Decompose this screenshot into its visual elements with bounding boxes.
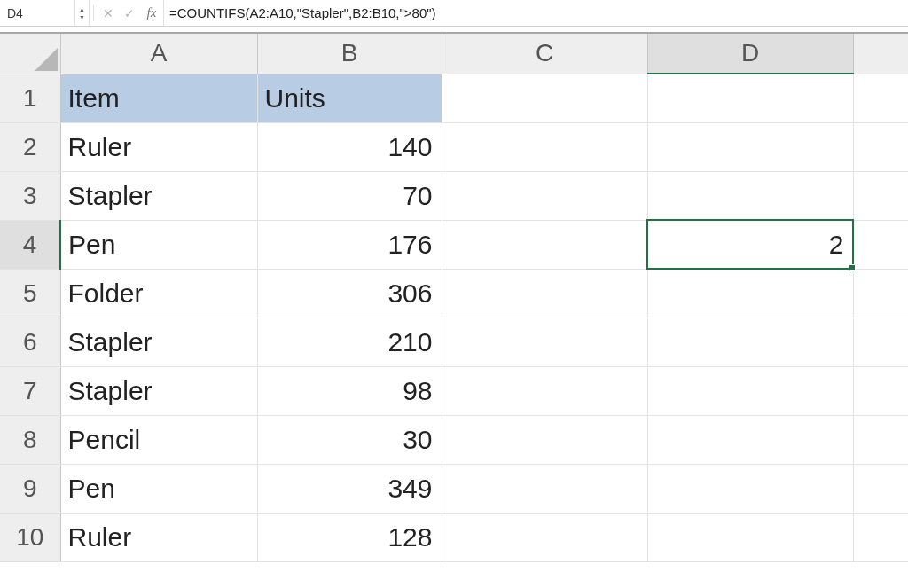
cell-B10[interactable]: 128 — [257, 513, 442, 561]
table-row: 4 Pen 176 2 — [0, 220, 908, 269]
cell-C10[interactable] — [442, 513, 647, 561]
cell-D1[interactable] — [647, 74, 853, 122]
spreadsheet: A B C D 1 Item Units 2 Ruler 140 3 Stapl… — [0, 32, 908, 562]
cell-A4[interactable]: Pen — [60, 220, 257, 269]
cell-extra[interactable] — [853, 464, 908, 513]
cell-B5[interactable]: 306 — [257, 269, 442, 318]
row-header-10[interactable]: 10 — [0, 513, 60, 561]
cell-B6[interactable]: 210 — [257, 318, 442, 366]
row-header-3[interactable]: 3 — [0, 171, 60, 220]
enter-icon[interactable]: ✓ — [119, 6, 140, 20]
formula-bar: D4 ▲ ▼ ✕ ✓ fx =COUNTIFS(A2:A10,"Stapler"… — [0, 0, 908, 27]
cell-D2[interactable] — [647, 122, 853, 171]
cell-B8[interactable]: 30 — [257, 415, 442, 464]
stepper-down-icon[interactable]: ▼ — [75, 13, 89, 21]
row-header-2[interactable]: 2 — [0, 122, 60, 171]
cell-B3[interactable]: 70 — [257, 171, 442, 220]
cell-C9[interactable] — [442, 464, 647, 513]
cell-C2[interactable] — [442, 122, 647, 171]
cell-D3[interactable] — [647, 171, 853, 220]
table-row: 3 Stapler 70 — [0, 171, 908, 220]
cell-extra[interactable] — [853, 269, 908, 318]
cell-extra[interactable] — [853, 220, 908, 269]
cell-B4[interactable]: 176 — [257, 220, 442, 269]
cell-C7[interactable] — [442, 366, 647, 415]
cell-A7[interactable]: Stapler — [60, 366, 257, 415]
grid: A B C D 1 Item Units 2 Ruler 140 3 Stapl… — [0, 34, 908, 562]
cell-A10[interactable]: Ruler — [60, 513, 257, 561]
cell-A5[interactable]: Folder — [60, 269, 257, 318]
cell-B9[interactable]: 349 — [257, 464, 442, 513]
cell-A6[interactable]: Stapler — [60, 318, 257, 366]
row-header-7[interactable]: 7 — [0, 366, 60, 415]
col-header-A[interactable]: A — [60, 34, 257, 74]
formula-input[interactable]: =COUNTIFS(A2:A10,"Stapler",B2:B10,">80") — [163, 0, 908, 26]
row-header-9[interactable]: 9 — [0, 464, 60, 513]
cell-D9[interactable] — [647, 464, 853, 513]
cell-A3[interactable]: Stapler — [60, 171, 257, 220]
row-header-1[interactable]: 1 — [0, 74, 60, 122]
table-row: 8 Pencil 30 — [0, 415, 908, 464]
table-row: 5 Folder 306 — [0, 269, 908, 318]
cell-extra[interactable] — [853, 366, 908, 415]
cell-extra[interactable] — [853, 122, 908, 171]
table-row: 7 Stapler 98 — [0, 366, 908, 415]
cell-A1[interactable]: Item — [60, 74, 257, 122]
cell-C4[interactable] — [442, 220, 647, 269]
cell-extra[interactable] — [853, 318, 908, 366]
cell-D8[interactable] — [647, 415, 853, 464]
table-row: 2 Ruler 140 — [0, 122, 908, 171]
cell-C1[interactable] — [442, 74, 647, 122]
fx-icon[interactable]: fx — [140, 5, 163, 20]
cell-A9[interactable]: Pen — [60, 464, 257, 513]
col-header-D[interactable]: D — [647, 34, 853, 74]
name-box-stepper[interactable]: ▲ ▼ — [75, 0, 90, 26]
cell-D7[interactable] — [647, 366, 853, 415]
cell-B2[interactable]: 140 — [257, 122, 442, 171]
separator — [93, 5, 94, 21]
cell-D4[interactable]: 2 — [647, 220, 853, 269]
cell-A8[interactable]: Pencil — [60, 415, 257, 464]
row-header-5[interactable]: 5 — [0, 269, 60, 318]
cell-D6[interactable] — [647, 318, 853, 366]
cell-C5[interactable] — [442, 269, 647, 318]
name-box[interactable]: D4 — [0, 0, 75, 26]
row-header-8[interactable]: 8 — [0, 415, 60, 464]
stepper-up-icon[interactable]: ▲ — [75, 5, 89, 13]
cell-C3[interactable] — [442, 171, 647, 220]
table-row: 6 Stapler 210 — [0, 318, 908, 366]
col-header-C[interactable]: C — [442, 34, 647, 74]
col-header-extra[interactable] — [853, 34, 908, 74]
cell-extra[interactable] — [853, 74, 908, 122]
col-header-row: A B C D — [0, 34, 908, 74]
cell-extra[interactable] — [853, 415, 908, 464]
cell-A2[interactable]: Ruler — [60, 122, 257, 171]
col-header-B[interactable]: B — [257, 34, 442, 74]
cell-D5[interactable] — [647, 269, 853, 318]
table-row: 1 Item Units — [0, 74, 908, 122]
cell-B1[interactable]: Units — [257, 74, 442, 122]
cell-extra[interactable] — [853, 171, 908, 220]
cell-D10[interactable] — [647, 513, 853, 561]
cell-C8[interactable] — [442, 415, 647, 464]
cancel-icon[interactable]: ✕ — [98, 6, 119, 20]
cell-B7[interactable]: 98 — [257, 366, 442, 415]
table-row: 9 Pen 349 — [0, 464, 908, 513]
select-all-corner[interactable] — [0, 34, 60, 74]
cell-extra[interactable] — [853, 513, 908, 561]
table-row: 10 Ruler 128 — [0, 513, 908, 561]
cell-C6[interactable] — [442, 318, 647, 366]
row-header-4[interactable]: 4 — [0, 220, 60, 269]
row-header-6[interactable]: 6 — [0, 318, 60, 366]
